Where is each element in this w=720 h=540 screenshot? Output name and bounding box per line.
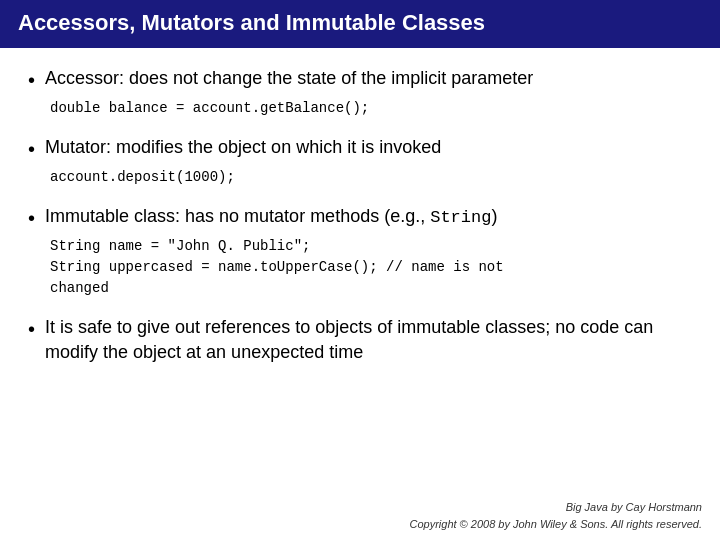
bullet-section-immutable: • Immutable class: has no mutator method… — [28, 204, 692, 301]
bullet-main-mutator: • Mutator: modifies the object on which … — [28, 135, 692, 163]
bullet-main-immutable: • Immutable class: has no mutator method… — [28, 204, 692, 232]
bullet-text-immutable: Immutable class: has no mutator methods … — [45, 204, 692, 230]
bullet-section-mutator: • Mutator: modifies the object on which … — [28, 135, 692, 190]
bullet-main-accessor: • Accessor: does not change the state of… — [28, 66, 692, 94]
bullet-dot-4: • — [28, 315, 35, 343]
code-accessor: double balance = account.getBalance(); — [50, 98, 692, 119]
code-immutable: String name = "John Q. Public"; String u… — [50, 236, 692, 299]
code-mutator: account.deposit(1000); — [50, 167, 692, 188]
bullet-text-accessor: Accessor: does not change the state of t… — [45, 66, 692, 91]
slide-header: Accessors, Mutators and Immutable Classe… — [0, 0, 720, 48]
bullet-text-mutator: Mutator: modifies the object on which it… — [45, 135, 692, 160]
bullet-section-accessor: • Accessor: does not change the state of… — [28, 66, 692, 121]
slide-footer: Big Java by Cay Horstmann Copyright © 20… — [0, 493, 720, 540]
bullet-dot-2: • — [28, 135, 35, 163]
footer-line2: Copyright © 2008 by John Wiley & Sons. A… — [18, 516, 702, 533]
slide-container: Accessors, Mutators and Immutable Classe… — [0, 0, 720, 540]
slide-content: • Accessor: does not change the state of… — [0, 48, 720, 493]
bullet-text-safe: It is safe to give out references to obj… — [45, 315, 692, 365]
bullet-main-safe: • It is safe to give out references to o… — [28, 315, 692, 365]
slide-title: Accessors, Mutators and Immutable Classe… — [18, 10, 485, 35]
bullet-dot-3: • — [28, 204, 35, 232]
bullet-dot-1: • — [28, 66, 35, 94]
footer-line1: Big Java by Cay Horstmann — [18, 499, 702, 516]
bullet-section-safe: • It is safe to give out references to o… — [28, 315, 692, 369]
